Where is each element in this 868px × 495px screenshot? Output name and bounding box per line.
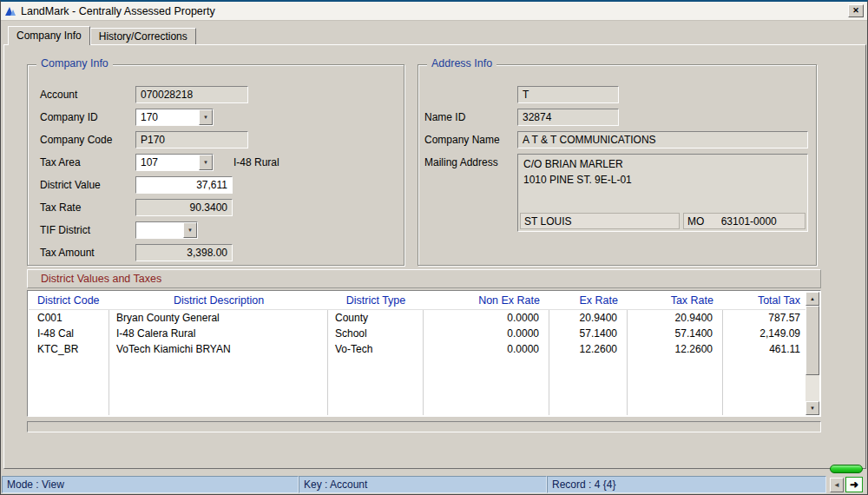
cell-total-tax: 461.11 [723,341,806,357]
cell-total-tax: 2,149.09 [723,326,806,341]
table-row[interactable]: C001 Bryan County General County 0.0000 … [29,310,806,326]
state-value: MO [687,215,704,228]
cell-tax-rate: 57.1400 [628,326,723,341]
chevron-down-icon[interactable]: ▼ [199,109,213,125]
account-field: 070028218 [135,86,248,103]
table-row[interactable]: I-48 Cal I-48 Calera Rural School 0.0000… [29,326,806,341]
cell-tax-rate: 12.2600 [628,341,723,357]
empty-cell [628,357,723,415]
district-table: District Code District Description Distr… [27,290,821,417]
chevron-down-icon[interactable]: ▼ [199,155,213,170]
empty-cell [723,357,806,415]
col-non-ex-rate: Non Ex Rate [424,292,549,309]
district-section-title: District Values and Taxes [27,269,821,288]
tax-amount-label: Tax Amount [40,244,95,261]
title-bar: LandMark - Centrally Assessed Property ✕ [1,2,867,21]
tax-area-value: 107 [136,155,199,170]
name-id-label: Name ID [424,109,465,126]
tax-rate-field: 90.3400 [135,199,233,216]
cell-district-type: County [328,310,424,326]
tab-history-corrections[interactable]: History/Corrections [90,28,196,44]
col-district-type: District Type [328,292,424,309]
cell-tax-rate: 20.9400 [628,310,723,326]
empty-cell [549,357,628,415]
tax-area-label: Tax Area [40,154,81,171]
tab-strip: Company Info History/Corrections [8,26,196,45]
status-record: Record : 4 {4} [547,476,826,493]
cell-district-code: C001 [29,310,109,326]
cell-district-description: VoTech Kiamichi BRYAN [109,341,328,357]
col-total-tax: Total Tax [723,292,806,309]
empty-cell [328,357,424,415]
chevron-down-icon[interactable]: ▼ [183,222,197,238]
scroll-down-icon[interactable]: ▼ [806,401,819,415]
col-ex-rate: Ex Rate [549,292,628,309]
tax-area-dropdown[interactable]: 107 ▼ [135,154,214,171]
tif-district-value [136,222,183,238]
empty-cell [424,357,549,415]
name-id-field: 32874 [517,109,619,126]
progress-indicator [830,465,863,473]
city-field: ST LOUIS [520,213,680,229]
col-district-code: District Code [29,292,109,309]
tax-rate-label: Tax Rate [40,199,81,216]
company-info-legend: Company Info [36,57,113,69]
table-row[interactable]: KTC_BR VoTech Kiamichi BRYAN Vo-Tech 0.0… [29,341,806,357]
cell-ex-rate: 57.1400 [549,326,628,341]
empty-cell [29,357,109,415]
zip-value: 63101-0000 [721,215,777,228]
cell-non-ex-rate: 0.0000 [424,341,549,357]
cell-district-code: KTC_BR [29,341,109,357]
table-header-row: District Code District Description Distr… [29,292,806,310]
company-id-value: 170 [136,109,199,125]
prev-record-icon[interactable]: ◄ [830,478,844,492]
cell-district-code: I-48 Cal [29,326,109,341]
table-body: C001 Bryan County General County 0.0000 … [29,310,806,415]
vertical-scrollbar[interactable]: ▲ ▼ [806,292,819,415]
tab-company-info[interactable]: Company Info [8,26,90,45]
tif-district-label: TIF District [40,221,90,239]
cell-non-ex-rate: 0.0000 [424,326,549,341]
app-window: LandMark - Centrally Assessed Property ✕… [0,0,868,495]
cell-total-tax: 787.57 [723,310,806,326]
table-filler-row [29,357,806,415]
company-id-label: Company ID [40,109,98,126]
cell-non-ex-rate: 0.0000 [424,310,549,326]
scrollbar-thumb[interactable] [806,306,819,375]
cell-district-description: Bryan County General [109,310,328,326]
name-type-field: T [517,86,619,103]
close-icon[interactable]: ✕ [848,4,864,17]
district-value-label: District Value [40,176,101,194]
empty-status-strip [27,421,821,432]
empty-cell [109,357,328,415]
status-mode: Mode : View [2,476,299,493]
tif-district-dropdown[interactable]: ▼ [135,221,198,239]
cell-district-type: School [328,326,424,341]
account-label: Account [40,86,77,103]
next-record-icon[interactable]: ➜ [845,477,863,492]
col-tax-rate: Tax Rate [628,292,723,309]
cell-district-type: Vo-Tech [328,341,424,357]
scroll-up-icon[interactable]: ▲ [806,292,819,306]
address-line-2: 1010 PINE ST. 9E-L-01 [523,174,632,186]
district-value-input[interactable]: 37,611 [135,176,233,194]
address-info-legend: Address Info [427,57,496,69]
status-bar: Mode : View Key : Account Record : 4 {4} [2,476,866,493]
tax-amount-field: 3,398.00 [135,244,233,261]
mailing-address-label: Mailing Address [424,154,498,171]
cell-ex-rate: 12.2600 [549,341,628,357]
window-title: LandMark - Centrally Assessed Property [21,5,215,17]
company-code-field: P170 [135,131,248,148]
app-icon [4,5,16,16]
status-key: Key : Account [299,476,547,493]
address-line-1: C/O BRIAN MARLER [523,158,623,170]
cell-district-description: I-48 Calera Rural [109,326,328,341]
mailing-address-field: C/O BRIAN MARLER 1010 PINE ST. 9E-L-01 S… [517,154,808,232]
tax-area-name-text: I-48 Rural [233,154,279,171]
cell-ex-rate: 20.9400 [549,310,628,326]
company-name-label: Company Name [424,131,500,148]
company-name-field: A T & T COMMUNICATIONS [517,131,808,148]
state-zip-field: MO 63101-0000 [683,213,806,229]
company-id-dropdown[interactable]: 170 ▼ [135,109,214,126]
col-district-description: District Description [109,292,328,309]
